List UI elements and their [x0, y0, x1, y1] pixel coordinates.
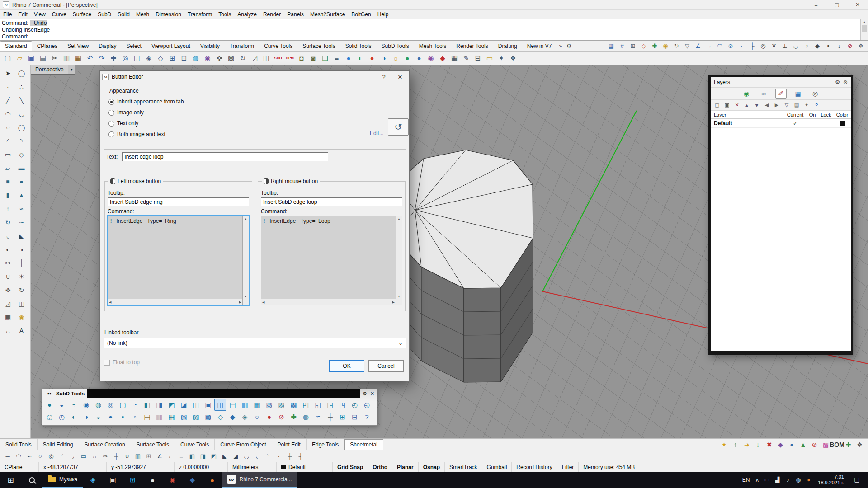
move-down-icon[interactable]: ▼: [752, 101, 761, 110]
gumball-toggle-icon[interactable]: ◉: [15, 311, 28, 324]
bom-icon[interactable]: BOM: [831, 439, 843, 450]
tangent-snap-icon[interactable]: ◡: [790, 41, 801, 51]
scroll-up-icon[interactable]: ▲: [863, 20, 866, 24]
menu-tools[interactable]: Tools: [215, 11, 234, 18]
render-icon[interactable]: ●: [343, 52, 354, 64]
pane-record-history[interactable]: Record History: [512, 462, 557, 472]
units-indicator[interactable]: Millimeters: [228, 462, 277, 472]
polyline-tool-icon[interactable]: ╲: [15, 94, 28, 107]
panel-tab-camera[interactable]: ◎: [810, 89, 821, 99]
minimize-button[interactable]: –: [806, 0, 826, 9]
smarttrack-icon[interactable]: ✚: [649, 41, 660, 51]
box-tool-icon[interactable]: ■: [2, 175, 14, 188]
shaded-view-icon[interactable]: ◍: [190, 52, 202, 64]
extrude-tool-icon[interactable]: ↑: [2, 202, 14, 215]
sheet-curve-icon[interactable]: ∽: [24, 451, 35, 462]
subd-analyze-icon[interactable]: ◍: [300, 411, 312, 423]
length-snap-icon[interactable]: ↔: [703, 41, 714, 51]
scrollbar-thumb[interactable]: [862, 25, 867, 32]
osnap-icon[interactable]: ◇: [638, 41, 649, 51]
right-horizontal-scrollbar[interactable]: ◀ ▶: [261, 299, 396, 305]
command-prompt[interactable]: Command:: [2, 33, 859, 40]
material-icon[interactable]: ●: [366, 52, 378, 64]
menu-help[interactable]: Help: [374, 11, 392, 18]
earth-icon[interactable]: ●: [401, 52, 413, 64]
tab-solid-tools[interactable]: Solid Tools: [340, 41, 377, 51]
zoom-window-icon[interactable]: ◱: [131, 52, 143, 64]
notes-icon[interactable]: ▭: [484, 52, 495, 64]
command-scrollbar[interactable]: ▲: [860, 19, 868, 40]
perpendicular-snap-icon[interactable]: ⊥: [779, 41, 790, 51]
scroll-up-icon[interactable]: ▲: [397, 217, 401, 221]
tab-viewport-layout[interactable]: Viewport Layout: [146, 41, 195, 51]
right-tooltip-input[interactable]: [261, 197, 402, 206]
left-command-text[interactable]: ! _InsertEdge _Type=_Ring: [108, 216, 242, 299]
sch-plugin-icon[interactable]: SCH: [272, 52, 284, 64]
revolve-tool-icon[interactable]: ↻: [2, 216, 14, 229]
up-tool-icon[interactable]: ↑: [730, 439, 741, 450]
misc-tool-icon[interactable]: ❖: [854, 439, 865, 450]
left-horizontal-scrollbar[interactable]: ◀ ▶: [108, 299, 242, 305]
tab-subd-tools[interactable]: SubD Tools: [377, 41, 414, 51]
polygon-tool-icon[interactable]: ◇: [15, 148, 28, 161]
pane-osnap[interactable]: Osnap: [419, 462, 445, 472]
layer-color-chip[interactable]: [840, 121, 845, 126]
btab-surface-tools[interactable]: Surface Tools: [131, 439, 175, 450]
scroll-down-icon[interactable]: ▼: [397, 295, 401, 298]
left-vertical-scrollbar[interactable]: ▲ ▼: [242, 216, 249, 299]
dialog-help-button[interactable]: ?: [377, 72, 391, 82]
taskbar-clock[interactable]: 7:31 18.9.2021 г.: [814, 474, 848, 486]
btab-curve-from-object[interactable]: Curve From Object: [215, 439, 272, 450]
chamfer-tool-icon[interactable]: ◣: [15, 230, 28, 242]
subd-smooth-mode-icon[interactable]: ▩: [202, 411, 214, 423]
pane-filter[interactable]: Filter: [557, 462, 579, 472]
new-file-icon[interactable]: ▢: [2, 52, 14, 64]
radio-image-only[interactable]: Image only: [108, 109, 406, 116]
paste-icon[interactable]: ▦: [72, 52, 84, 64]
dimension-tool-icon[interactable]: ↔: [2, 324, 14, 337]
subd-merge-faces-icon[interactable]: ◰: [300, 399, 312, 411]
move-icon[interactable]: ✜: [213, 52, 225, 64]
hide-icon[interactable]: ◙: [307, 52, 319, 64]
language-indicator[interactable]: EN: [740, 472, 753, 488]
sheet-snap-icon[interactable]: ⊞: [143, 451, 154, 462]
menu-panels[interactable]: Panels: [284, 11, 307, 18]
right-command-editor[interactable]: ! _InsertEdge _Type=_Loop ▲ ▼ ◀ ▶: [261, 216, 402, 305]
boolean-union-icon[interactable]: ◐: [2, 243, 14, 256]
scroll-left-icon[interactable]: ◀: [109, 300, 111, 304]
tab-transform[interactable]: Transform: [225, 41, 259, 51]
volume-tray-icon[interactable]: ♪: [783, 477, 793, 483]
grid-options-icon[interactable]: ▦: [448, 52, 460, 64]
sheet-measure-icon[interactable]: ∠: [154, 451, 165, 462]
app-icon-7[interactable]: ●: [203, 472, 222, 488]
fillet-tool-icon[interactable]: ◟: [2, 230, 14, 242]
sheet-join-icon[interactable]: ∪: [122, 451, 132, 462]
disable-snap-icon[interactable]: ⊘: [844, 41, 855, 51]
subd-material-icon[interactable]: ▤: [141, 411, 153, 423]
viewport-layout-icon[interactable]: ⊞: [166, 52, 178, 64]
subd-plane-icon[interactable]: ▢: [117, 399, 129, 411]
rectangle-tool-icon[interactable]: ▭: [2, 148, 14, 161]
prohibit-tool-icon[interactable]: ⊘: [809, 439, 820, 450]
sheet-split-icon[interactable]: ┼: [111, 451, 122, 462]
lasso-select-icon[interactable]: ◯: [15, 67, 28, 80]
hidden-icons-chevron[interactable]: ∧: [752, 472, 762, 488]
move-up-icon[interactable]: ▲: [742, 101, 751, 110]
menu-analyze[interactable]: Analyze: [234, 11, 260, 18]
interp-curve-icon[interactable]: ◡: [15, 108, 28, 120]
menu-render[interactable]: Render: [260, 11, 284, 18]
subd-symmetry-icon[interactable]: ◵: [361, 399, 373, 411]
sheet-notch-icon[interactable]: ◢: [230, 451, 241, 462]
subd-to-nurbs-icon[interactable]: ◶: [43, 411, 56, 423]
sheet-mark-icon[interactable]: ◩: [208, 451, 219, 462]
close-button[interactable]: ✕: [847, 0, 868, 9]
right-command-text[interactable]: ! _InsertEdge _Type=_Loop: [261, 216, 396, 299]
line-tool-icon[interactable]: ╱: [2, 94, 14, 107]
intersection-snap-icon[interactable]: ✕: [769, 41, 779, 51]
menu-surface[interactable]: Surface: [70, 11, 94, 18]
menu-file[interactable]: File: [0, 11, 15, 18]
menu-subd[interactable]: SubD: [94, 11, 114, 18]
dialog-close-button[interactable]: ✕: [393, 72, 407, 82]
sweep-tool-icon[interactable]: ∽: [15, 216, 28, 229]
vertex-snap-icon[interactable]: ▪: [823, 41, 834, 51]
